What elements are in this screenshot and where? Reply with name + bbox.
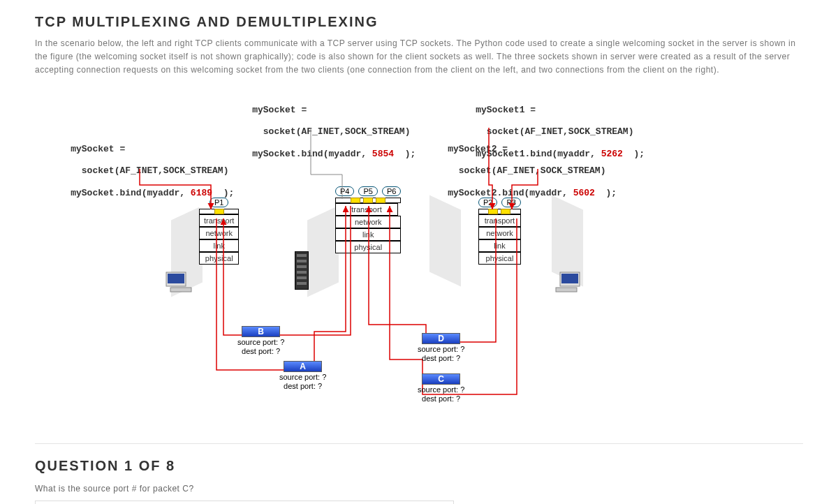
packet-B: B source port: ? dest port: ?: [237, 326, 284, 355]
proc-p5: P5: [358, 186, 377, 196]
layer: network: [335, 216, 401, 228]
layer: link: [478, 239, 521, 252]
packet-D: D source port: ? dest port: ?: [418, 333, 464, 362]
proc-p1: P1: [210, 198, 228, 207]
server-icon: [295, 251, 309, 290]
divider: [35, 443, 803, 444]
answer-input[interactable]: [35, 501, 454, 504]
layer: link: [199, 239, 239, 252]
proc-p6: P6: [382, 186, 401, 196]
layer: transport: [335, 203, 398, 216]
layer: network: [199, 227, 239, 239]
host-right: P2 P3 transport network link physical: [478, 198, 521, 265]
proc-p4: P4: [335, 186, 354, 196]
packet-A: A source port: ? dest port: ?: [279, 361, 326, 390]
layer: physical: [335, 241, 401, 253]
intro-paragraph: In the scenario below, the left and righ…: [35, 37, 803, 77]
layer: network: [478, 227, 521, 239]
proc-p3: P3: [501, 198, 520, 207]
diagram: mySocket = socket(AF_INET,SOCK_STREAM) m…: [35, 94, 803, 429]
layer: transport: [478, 214, 521, 227]
host-server-shadow-l: [307, 205, 339, 297]
question-heading: QUESTION 1 OF 8: [35, 458, 803, 474]
code-server: mySocket = socket(AF_INET,SOCK_STREAM) m…: [230, 94, 416, 170]
layer: physical: [478, 252, 521, 265]
host-right-shadow: [552, 195, 583, 286]
host-server-shadow-r: [429, 195, 461, 286]
layer: transport: [199, 214, 239, 227]
layer: link: [335, 228, 401, 241]
proc-p2: P2: [478, 198, 497, 207]
packet-C: C source port: ? dest port: ?: [418, 373, 464, 403]
host-left-shadow: [171, 205, 203, 297]
code-right-sock2: mySocket2 = socket(AF_INET,SOCK_STREAM) …: [426, 133, 617, 209]
layer: physical: [199, 252, 239, 265]
question-text: What is the source port # for packet C?: [35, 484, 803, 494]
host-left: P1 transport network link physical: [199, 198, 239, 265]
svg-rect-5: [556, 288, 577, 292]
host-server: P4 P5 P6 transport network link physical: [335, 186, 401, 253]
page-title: TCP MULTIPLEXING AND DEMULTIPLEXING: [35, 14, 803, 30]
